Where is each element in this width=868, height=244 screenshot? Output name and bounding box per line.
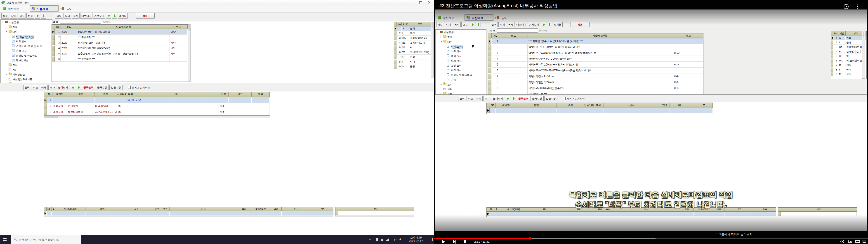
tree-item[interactable]: 천정 건식	[1, 49, 52, 53]
table-row[interactable]: 4BL걸레받이길이	[831, 50, 866, 54]
move-up-button2[interactable]	[106, 13, 111, 19]
table-row[interactable]: 42020전기판넬+데코타일(450*450)바닥	[52, 45, 188, 51]
table-row[interactable]: 7C천정	[394, 55, 431, 60]
toolbar-button[interactable]: 가져오기	[528, 22, 540, 27]
tree-item[interactable]: 벽체 건식	[1, 39, 52, 43]
row-down-button[interactable]	[76, 85, 81, 90]
table-row[interactable]: 6WL벽(걸레받이공제)	[831, 59, 866, 63]
table-row[interactable]: 3BA걸레받이(면적)	[394, 36, 431, 41]
row-up-button[interactable]	[70, 85, 75, 90]
detail-grid-scrollbar[interactable]	[43, 116, 270, 118]
apply-button[interactable]: 적용	[570, 22, 590, 27]
tree-item[interactable]: 화장실 및 타일마감	[436, 73, 486, 77]
notification-center-icon[interactable]	[429, 238, 433, 241]
item-edit-button[interactable]: 품목수정	[530, 96, 544, 101]
move-down-button2[interactable]	[112, 13, 117, 19]
table-row[interactable]: 3액방+무근CON100+몰탈T70+쇠흙손+중보행용비닐시트바닥	[488, 50, 703, 56]
ime-mode-indicator[interactable]: A	[399, 238, 401, 241]
symbol-grid-scrollbar[interactable]	[431, 22, 434, 78]
table-row[interactable]	[487, 108, 713, 114]
table-row[interactable]: 7액방+화강석T=50mm바닥	[488, 74, 703, 80]
tree-item[interactable]: 창호	[1, 25, 52, 29]
item-edit-button[interactable]: 품목수정	[96, 85, 109, 90]
toolbar-button[interactable]: 내보내기	[80, 13, 92, 19]
edit-toolbar-button[interactable]: 입력	[458, 96, 466, 101]
trash-button[interactable]: 휴지통	[553, 22, 563, 27]
items-price-check-checkbox[interactable]	[128, 86, 131, 89]
edit-toolbar-button[interactable]: 입력	[23, 85, 31, 90]
table-row[interactable]	[44, 211, 333, 216]
video-player[interactable]: 일반재료복합재료닫기작성삭제복사변경입력삭제복사내보내기가져오기휴지통적용기본유…	[434, 0, 868, 244]
item-select-button[interactable]: 품목선택	[517, 96, 530, 101]
table-row[interactable]: 8F바닥	[394, 60, 431, 64]
expand-icon[interactable]	[440, 84, 442, 85]
toolbar-button[interactable]: 내보내기	[515, 22, 527, 27]
start-button[interactable]	[0, 235, 11, 244]
table-row[interactable]: 6*** 모르타르 ***	[52, 57, 188, 62]
table-row[interactable]: 32020전기판넬(필름)+강화마루바닥	[52, 40, 188, 45]
table-row[interactable]: 1A면적	[831, 36, 866, 40]
table-row[interactable]: 1[비 고]바닥	[44, 97, 270, 103]
tree-item[interactable]: 외부및판넬	[1, 72, 52, 77]
tree-item[interactable]: 벽체 건식	[436, 59, 486, 63]
expand-icon[interactable]	[440, 36, 442, 38]
tree-item[interactable]: 계단	[1, 67, 52, 72]
move-down-button[interactable]	[41, 13, 46, 19]
toolbar-button[interactable]: 작성	[436, 22, 444, 27]
tray-volume-icon[interactable]	[381, 238, 383, 241]
toolbar-button[interactable]: 복사	[453, 22, 461, 27]
edit-toolbar-button[interactable]: 붙여넣기	[492, 96, 504, 101]
video-progress-bar[interactable]	[434, 238, 868, 239]
tree-item[interactable]: 천정 건식	[436, 68, 486, 72]
tree-item[interactable]: 벽체 습식	[436, 54, 486, 58]
tree-item[interactable]: 토공	[1, 82, 52, 83]
tree-item[interactable]: 장애인시설	[1, 58, 52, 63]
table-row[interactable]: 1A면적	[394, 26, 431, 31]
tree-item[interactable]: 바닥 건식	[436, 49, 486, 54]
move-up-button[interactable]	[470, 22, 475, 27]
collapse-icon[interactable]	[2, 22, 4, 23]
tree-item[interactable]: 기타	[436, 78, 486, 82]
table-row[interactable]: 2*** 판넬히팅 ***	[52, 35, 188, 40]
move-down-button2[interactable]	[547, 22, 552, 27]
table-row[interactable]	[336, 211, 414, 216]
table-row[interactable]: 8액방+타일압착24mm바닥	[488, 80, 703, 85]
toolbar-button[interactable]: 작성	[1, 13, 9, 19]
toolbar-button[interactable]: 복사	[72, 13, 80, 19]
apply-button[interactable]: 적용	[135, 13, 155, 19]
item-edit-button[interactable]: 일괄수정	[110, 85, 123, 90]
table-row[interactable]: 6액방+무근CON+몰탈T70+쇠흙손+중보행용비닐시트	[488, 68, 703, 74]
tray-expand-icon[interactable]	[368, 238, 372, 242]
move-up-button2[interactable]	[541, 22, 546, 27]
toolbar-button[interactable]: 입력	[490, 22, 498, 27]
video-symbol-grid-scrollbar[interactable]	[862, 31, 865, 79]
table-row[interactable]: 7C천정	[831, 63, 866, 67]
watch-later-icon[interactable]	[844, 4, 848, 9]
play-button[interactable]	[442, 240, 445, 244]
tree-item[interactable]: 조적	[1, 63, 52, 67]
tab-module-materials[interactable]: 복합재료	[465, 14, 493, 21]
edit-toolbar-button[interactable]: 비고	[467, 96, 474, 101]
module-grid-scrollbar[interactable]	[188, 24, 191, 82]
tab-module-materials[interactable]: 모듈재료	[30, 5, 59, 11]
row-up-button[interactable]	[505, 96, 510, 101]
toolbar-button[interactable]: 삭제	[498, 22, 506, 27]
move-up-button[interactable]	[35, 13, 40, 19]
toolbar-button[interactable]: 변경	[26, 13, 34, 19]
expand-icon[interactable]	[6, 26, 7, 28]
left-app-search-input[interactable]	[60, 20, 101, 24]
video-menu-icon[interactable]	[857, 4, 858, 5]
taskbar-search-input[interactable]: 검색하려면 여기에 입력하십시오.	[11, 235, 81, 244]
collapse-icon[interactable]	[440, 41, 442, 42]
video-app-search-input[interactable]	[497, 28, 538, 33]
edit-toolbar-button[interactable]: 붙여넣기	[57, 85, 69, 90]
tab-general-materials[interactable]: 일반재료	[436, 14, 463, 21]
ime-korean-indicator[interactable]: 한	[394, 238, 397, 242]
table-row[interactable]: 12020T:12내수합판 + 데코타일마감바닥	[52, 29, 188, 35]
table-row[interactable]: 52020압출단열재T:20+경량콘크리트T:30+전기판넬+온돌마루바닥	[52, 51, 188, 57]
tab-general-materials[interactable]: 일반재료	[1, 5, 29, 11]
move-down-button[interactable]	[475, 22, 481, 27]
close-button[interactable]	[425, 0, 434, 5]
tray-network-icon[interactable]	[386, 238, 389, 241]
table-row[interactable]: 3수장공사데코타일붙임450*450*3.0mm (왁스무)M2건축	[44, 109, 270, 116]
